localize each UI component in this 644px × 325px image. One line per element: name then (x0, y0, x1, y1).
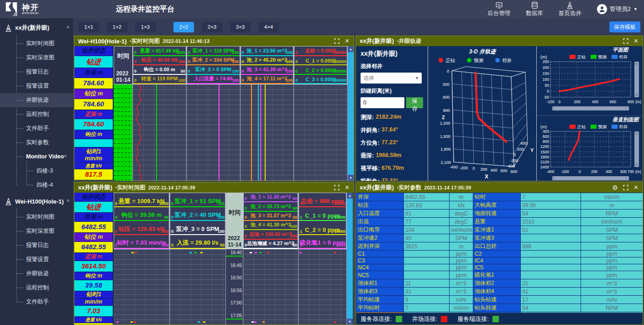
grid-button-3×3[interactable]: 3×3 (230, 22, 251, 32)
curve-header: 0钩位 = 39.58 m40 (114, 207, 169, 221)
curve-max: 100 (178, 78, 185, 83)
scrollbar-track[interactable] (347, 199, 353, 319)
scroll-up-icon[interactable]: ▲ (347, 193, 353, 199)
sidebar-item[interactable]: 实时参数 (0, 136, 73, 150)
sidebar-item[interactable]: 文件助手 (0, 121, 73, 136)
sidebar-item[interactable]: 实时深度图 (0, 51, 73, 65)
param-unit: RPM (581, 210, 643, 218)
sidebar-item[interactable]: 报警日志 (0, 238, 73, 252)
panel-header: xx井(新井眼)-井眼轨迹× (356, 36, 643, 46)
value-cell: 784.60 (74, 119, 113, 130)
save-distance-button[interactable]: 保存 (406, 97, 423, 108)
nav-well-select[interactable]: 首页选井 (559, 1, 581, 17)
table-row: 钻压120.83kN大钩高度39.58m (356, 201, 643, 210)
grid-button-1×3[interactable]: 1×3 (135, 22, 156, 32)
grid-button-1×2[interactable]: 1×2 (107, 22, 127, 32)
sidebar-item[interactable]: 井眼轨迹 (0, 267, 73, 281)
expand-icon[interactable] (334, 38, 340, 44)
expand-icon[interactable] (623, 38, 628, 44)
curve-header: 1C_1 = 0 ppm10000 (299, 207, 346, 221)
time-label: 时间 (117, 52, 129, 60)
param-value: 7 (404, 304, 450, 312)
grid-button-4×4[interactable]: 4×4 (258, 22, 279, 32)
info-label: 井斜角: (361, 126, 380, 134)
nav-admin[interactable]: 后台管理 (487, 1, 510, 17)
sidebar-item[interactable]: 远程控制 (0, 107, 73, 121)
scroll-down-icon[interactable]: ▼ (348, 175, 354, 181)
sidebar-subitem[interactable]: 四楼-4 (0, 178, 73, 192)
svg-text:1800: 1800 (540, 155, 549, 159)
param-unit: ppm (450, 264, 473, 271)
label-cell: 钩位 m (74, 272, 113, 280)
curve-line (251, 84, 252, 181)
param-label: 平均钻时 (356, 304, 404, 312)
sidebar-item[interactable]: 实时时间图 (0, 37, 73, 51)
svg-text:Z: Z (442, 115, 445, 120)
vertical-scrollbar[interactable]: ▲▼ (347, 193, 353, 325)
svg-text:900: 900 (543, 139, 549, 144)
close-icon[interactable]: × (344, 185, 350, 191)
sidebar-item[interactable]: 文件助手 (0, 295, 73, 309)
log-track: 0泵冲_1 = 51 SPM1200泵冲_2 = 40 SPM1000泵冲_3 … (170, 193, 226, 325)
curve-header: 0泵冲_2 = 104 SPM100 (187, 56, 240, 66)
scroll-down-icon[interactable]: ▼ (347, 319, 353, 325)
time-column: 时间202201-14 (114, 46, 133, 181)
curve-header: 0总烃 = 0.0000100000 (294, 47, 347, 56)
curve-max: 100000 (333, 78, 346, 83)
svg-text:3-D 井轨迹: 3-D 井轨迹 (469, 48, 497, 55)
status-label: 服务器连接: (361, 315, 392, 323)
curve-header: 0C_1 = 0.0000100000 (294, 56, 347, 66)
sidebar-item[interactable]: 实时时间图 (0, 210, 73, 224)
grid-button-1×1[interactable]: 1×1 (79, 22, 99, 32)
close-icon[interactable]: × (633, 38, 639, 44)
shenkai-logo-icon (5, 2, 18, 16)
svg-text:200: 200 (591, 169, 597, 174)
nav-database[interactable]: 数据库 (526, 1, 543, 17)
data-dot (198, 321, 200, 323)
panel-header-icons: × (334, 185, 350, 191)
svg-text:600: 600 (443, 95, 450, 100)
param-value: 54 (521, 304, 581, 312)
param-value (521, 271, 581, 279)
sidebar-item[interactable]: 报警设置 (0, 252, 73, 267)
user-menu[interactable]: 管理员2 ▼ (597, 4, 638, 14)
sidebar-subgroup: 四楼-3四楼-4 (0, 164, 73, 192)
scrollbar-track[interactable] (348, 52, 354, 175)
param-label: 悬重 (473, 218, 521, 226)
log-track: 0泵冲_1 = 119 SPM1000泵冲_2 = 104 SPM1000泵冲_… (187, 46, 241, 181)
sidebar-item[interactable]: 实时深度图 (0, 224, 73, 238)
table-row: 迟到井深3615m出口总烃988ppm (356, 242, 643, 251)
curve-label: 钩位 = 39.58 m (121, 211, 162, 220)
sidebar-subitem[interactable]: 四楼-3 (0, 164, 73, 178)
grid-button-2×2[interactable]: 2×2 (173, 22, 194, 32)
distance-input[interactable] (361, 97, 404, 108)
expand-icon[interactable] (334, 185, 340, 191)
save-template-button[interactable]: 保存模板 (609, 21, 640, 32)
svg-text:2,100: 2,100 (440, 160, 451, 165)
param-unit: ppm (581, 271, 643, 279)
sidebar-item[interactable]: 报警设置 (0, 79, 73, 93)
log-track: 0池_1 = 23.90 m^31000池_2 = 45.20 m^31000池… (241, 46, 294, 181)
scroll-up-icon[interactable]: ▲ (348, 46, 354, 52)
close-icon[interactable]: × (344, 38, 350, 44)
sidebar-item[interactable]: 远程控制 (0, 281, 73, 295)
close-icon[interactable]: × (633, 185, 639, 191)
svg-text:600: 600 (500, 168, 507, 173)
gear-icon[interactable]: ⚙ (612, 185, 618, 191)
grid-button-2×3[interactable]: 2×3 (202, 22, 222, 32)
vertical-scrollbar[interactable]: ▲▼ (348, 46, 354, 181)
svg-text:邻井: 邻井 (619, 54, 628, 59)
svg-text:1,500: 1,500 (440, 134, 450, 139)
plan_view-chart: 平面图(m)正钻预测邻井250200150100500-50-100020040… (537, 46, 642, 114)
well-section-1[interactable]: Wei-H100(Hole-1)^ (0, 192, 73, 210)
sidebar-item[interactable]: 井眼轨迹 (0, 93, 73, 107)
sidebar-item[interactable]: 报警日志 (0, 65, 73, 79)
offset-well-select[interactable]: 选择▼ (361, 73, 422, 84)
well-section-0[interactable]: xx井(新井眼)^ (0, 18, 73, 37)
param-unit: degC (450, 218, 473, 226)
svg-text:-200: -200 (510, 158, 518, 163)
sidebar-item[interactable]: Monitor Video^ (0, 150, 73, 164)
curve-min: 0 (242, 59, 244, 64)
expand-icon[interactable] (623, 185, 628, 191)
param-label: 池体积4 (473, 288, 521, 296)
